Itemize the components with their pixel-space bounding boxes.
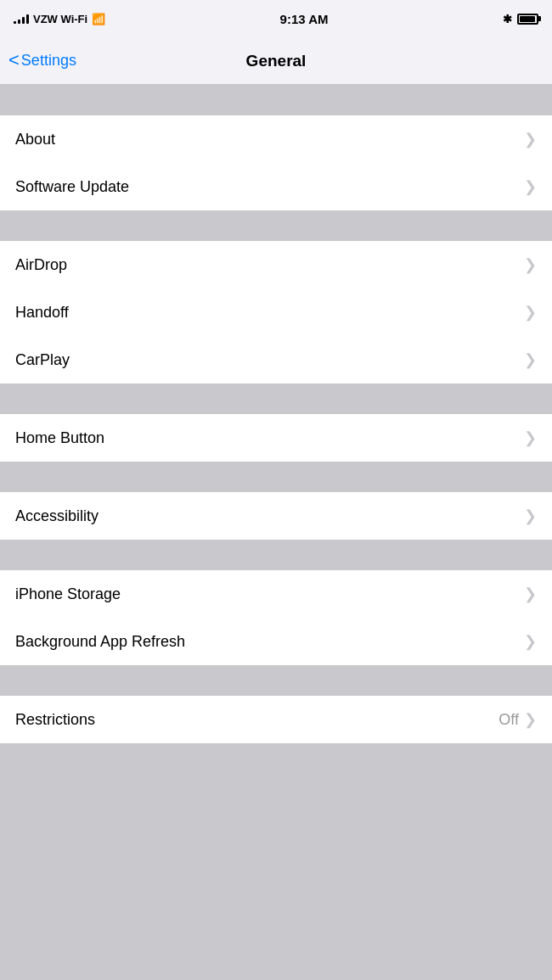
status-bar: VZW Wi-Fi 📶 9:13 AM ✱: [0, 0, 552, 37]
section-gap-1: [0, 210, 552, 241]
row-right-background-app-refresh: ❯: [524, 632, 537, 651]
section-gap-3: [0, 462, 552, 492]
row-right-restrictions: Off ❯: [498, 710, 537, 729]
row-label-carplay: CarPlay: [15, 351, 70, 369]
chevron-right-icon: ❯: [524, 428, 537, 447]
row-right-home-button: ❯: [524, 428, 537, 447]
section-gap-4: [0, 540, 552, 570]
status-right: ✱: [503, 13, 538, 25]
chevron-right-icon: ❯: [524, 350, 537, 369]
list-item[interactable]: Restrictions Off ❯: [0, 696, 552, 743]
list-item[interactable]: About ❯: [0, 115, 552, 163]
chevron-right-icon: ❯: [524, 585, 537, 603]
chevron-right-icon: ❯: [524, 130, 537, 148]
back-button[interactable]: < Settings: [8, 52, 76, 70]
row-value-restrictions: Off: [498, 711, 519, 729]
nav-bar: < Settings General: [0, 37, 552, 85]
row-label-restrictions: Restrictions: [15, 711, 95, 729]
row-label-handoff: Handoff: [15, 304, 69, 322]
carrier-label: VZW Wi-Fi: [33, 13, 87, 25]
list-item[interactable]: Handoff ❯: [0, 288, 552, 336]
section-gap-5: [0, 665, 552, 696]
row-label-background-app-refresh: Background App Refresh: [15, 633, 185, 651]
battery-icon: [517, 14, 538, 25]
list-item[interactable]: iPhone Storage ❯: [0, 570, 552, 618]
list-item[interactable]: Background App Refresh ❯: [0, 618, 552, 665]
time-label: 9:13 AM: [280, 12, 329, 26]
row-label-software-update: Software Update: [15, 178, 129, 196]
chevron-right-icon: ❯: [524, 177, 537, 196]
row-right-iphone-storage: ❯: [524, 585, 537, 603]
section-restrictions: Restrictions Off ❯: [0, 696, 552, 743]
wifi-icon: 📶: [92, 13, 105, 25]
chevron-right-icon: ❯: [524, 507, 537, 525]
list-item[interactable]: AirDrop ❯: [0, 241, 552, 288]
row-label-about: About: [15, 131, 55, 148]
signal-icon: [14, 14, 29, 24]
section-gap-top: [0, 85, 552, 115]
chevron-right-icon: ❯: [524, 710, 537, 729]
list-item[interactable]: Home Button ❯: [0, 414, 552, 462]
list-item[interactable]: Software Update ❯: [0, 163, 552, 210]
row-right-software-update: ❯: [524, 177, 537, 196]
row-right-carplay: ❯: [524, 350, 537, 369]
section-airdrop: AirDrop ❯ Handoff ❯ CarPlay ❯: [0, 241, 552, 384]
row-right-airdrop: ❯: [524, 255, 537, 274]
row-right-accessibility: ❯: [524, 507, 537, 525]
row-label-iphone-storage: iPhone Storage: [15, 585, 121, 603]
section-home: Home Button ❯: [0, 414, 552, 462]
chevron-right-icon: ❯: [524, 255, 537, 274]
page-title: General: [246, 52, 307, 70]
bluetooth-icon: ✱: [503, 13, 512, 25]
section-storage: iPhone Storage ❯ Background App Refresh …: [0, 570, 552, 665]
row-right-handoff: ❯: [524, 303, 537, 322]
chevron-right-icon: ❯: [524, 303, 537, 322]
back-label: Settings: [21, 52, 76, 70]
row-label-accessibility: Accessibility: [15, 507, 99, 525]
section-gap-2: [0, 384, 552, 414]
list-item[interactable]: Accessibility ❯: [0, 492, 552, 540]
section-accessibility: Accessibility ❯: [0, 492, 552, 540]
status-left: VZW Wi-Fi 📶: [14, 13, 105, 25]
row-label-airdrop: AirDrop: [15, 256, 67, 274]
chevron-right-icon: ❯: [524, 632, 537, 651]
section-about: About ❯ Software Update ❯: [0, 115, 552, 210]
back-chevron-icon: <: [8, 51, 20, 70]
row-label-home-button: Home Button: [15, 429, 104, 447]
list-item[interactable]: CarPlay ❯: [0, 336, 552, 384]
settings-content: About ❯ Software Update ❯ AirDrop ❯ Hand…: [0, 85, 552, 743]
row-right-about: ❯: [524, 130, 537, 148]
